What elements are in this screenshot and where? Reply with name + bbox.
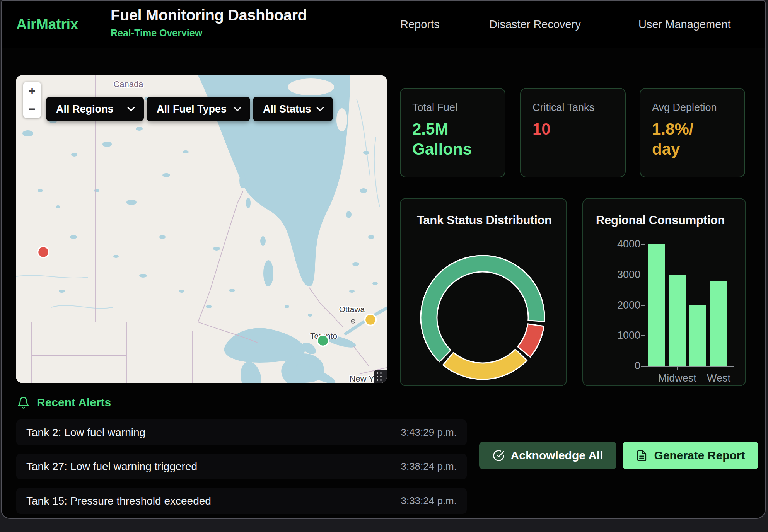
page-title: Fuel Monitoring Dashboard	[111, 7, 307, 24]
alert-row[interactable]: Tank 15: Pressure threshold exceeded 3:3…	[16, 488, 467, 514]
donut-segment-yellow	[443, 349, 527, 379]
alert-row[interactable]: Tank 27: Low fuel warning triggered 3:38…	[16, 454, 467, 479]
regional-consumption-bar-chart: 01000200030004000MidwestWest	[583, 199, 745, 385]
y-tick-label: 4000	[583, 238, 640, 250]
tank-marker-normal[interactable]	[317, 335, 329, 346]
stat-label: Avg Depletion	[652, 102, 733, 114]
fuel-map[interactable]: CanadaOttawaTorontoNew York + − All Regi…	[16, 75, 387, 383]
stat-card-total-fuel: Total Fuel 2.5MGallons	[400, 88, 505, 177]
bar-region-3	[710, 281, 727, 367]
bar-region-1	[669, 275, 686, 366]
recent-alerts-title: Recent Alerts	[37, 396, 111, 409]
x-tick-mark	[677, 367, 678, 370]
stat-value: 1.8%/day	[652, 119, 733, 159]
stat-label: Total Fuel	[412, 102, 493, 114]
x-axis-line	[642, 366, 734, 367]
y-tick-mark	[641, 366, 645, 367]
drag-handle[interactable]	[374, 370, 387, 383]
generate-report-label: Generate Report	[654, 449, 745, 462]
alert-message: Tank 15: Pressure threshold exceeded	[26, 495, 211, 507]
nav-user-management[interactable]: User Management	[638, 18, 731, 31]
tank-status-donut-chart	[401, 199, 567, 386]
status-filter-dropdown[interactable]: All Status	[253, 97, 333, 121]
document-icon	[636, 450, 648, 462]
regional-consumption-card: Regional Consumption 01000200030004000Mi…	[582, 198, 746, 386]
alert-message: Tank 2: Low fuel warning	[26, 426, 145, 439]
chevron-down-icon	[316, 106, 324, 112]
generate-report-button[interactable]: Generate Report	[623, 442, 758, 469]
map-zoom-control: + −	[23, 82, 41, 118]
town-dot-center	[352, 321, 353, 322]
alert-message: Tank 27: Low fuel warning triggered	[26, 460, 197, 473]
alert-timestamp: 3:43:29 p.m.	[401, 426, 457, 438]
y-axis-line	[645, 243, 645, 367]
alert-row[interactable]: Tank 2: Low fuel warning 3:43:29 p.m.	[16, 419, 467, 445]
stat-card-avg-depletion: Avg Depletion 1.8%/day	[640, 88, 745, 177]
map-filters: All Regions All Fuel Types All Status	[46, 97, 333, 121]
map-canvas: CanadaOttawaTorontoNew York	[16, 75, 387, 383]
stat-label: Critical Tanks	[532, 102, 613, 114]
check-circle-icon	[493, 450, 505, 462]
nav-disaster-recovery[interactable]: Disaster Recovery	[489, 18, 581, 31]
map-label-canada: Canada	[113, 79, 143, 89]
y-tick-mark	[641, 244, 645, 245]
grip-dots-icon	[377, 372, 382, 381]
y-tick-label: 0	[583, 360, 640, 372]
y-tick-mark	[641, 335, 645, 336]
y-tick-mark	[641, 275, 645, 275]
map-label-ottawa: Ottawa	[339, 305, 365, 314]
header: AirMatrix Fuel Monitoring Dashboard Real…	[2, 1, 765, 48]
chevron-down-icon	[233, 106, 242, 112]
bar-region-2	[689, 305, 706, 367]
bell-icon	[17, 396, 30, 409]
page-subtitle: Real-Time Overview	[111, 27, 307, 39]
status-filter-value: All Status	[263, 103, 311, 115]
y-tick-label: 2000	[583, 299, 640, 311]
bar-region-0	[648, 244, 665, 366]
fuel-type-filter-dropdown[interactable]: All Fuel Types	[147, 97, 250, 121]
donut-segment-red	[518, 324, 544, 357]
zoom-in-button[interactable]: +	[23, 82, 41, 100]
app-window: AirMatrix Fuel Monitoring Dashboard Real…	[1, 0, 766, 519]
acknowledge-all-button[interactable]: Acknowledge All	[479, 442, 616, 469]
tank-status-distribution-card: Tank Status Distribution	[400, 198, 567, 386]
recent-alerts-header: Recent Alerts	[17, 396, 111, 409]
alert-timestamp: 3:38:24 p.m.	[401, 460, 457, 472]
page-title-block: Fuel Monitoring Dashboard Real-Time Over…	[111, 7, 307, 39]
y-tick-label: 1000	[583, 329, 640, 341]
y-tick-label: 3000	[583, 269, 640, 281]
zoom-out-button[interactable]: −	[23, 100, 41, 118]
region-filter-value: All Regions	[56, 103, 114, 115]
brand-logo: AirMatrix	[16, 16, 78, 33]
x-tick-label: West	[684, 372, 746, 384]
alert-timestamp: 3:33:24 p.m.	[401, 495, 457, 507]
y-tick-mark	[641, 305, 645, 306]
nav-reports[interactable]: Reports	[400, 18, 440, 31]
stat-value: 2.5MGallons	[412, 119, 493, 159]
stat-value: 10	[532, 119, 613, 139]
x-tick-mark	[719, 367, 719, 370]
stat-card-critical-tanks: Critical Tanks 10	[520, 88, 626, 177]
tank-marker-warning[interactable]	[365, 314, 376, 326]
tank-marker-critical[interactable]	[38, 247, 49, 258]
chevron-down-icon	[127, 106, 135, 112]
fuel-type-filter-value: All Fuel Types	[157, 103, 227, 115]
region-filter-dropdown[interactable]: All Regions	[46, 97, 144, 121]
acknowledge-all-label: Acknowledge All	[511, 449, 603, 462]
